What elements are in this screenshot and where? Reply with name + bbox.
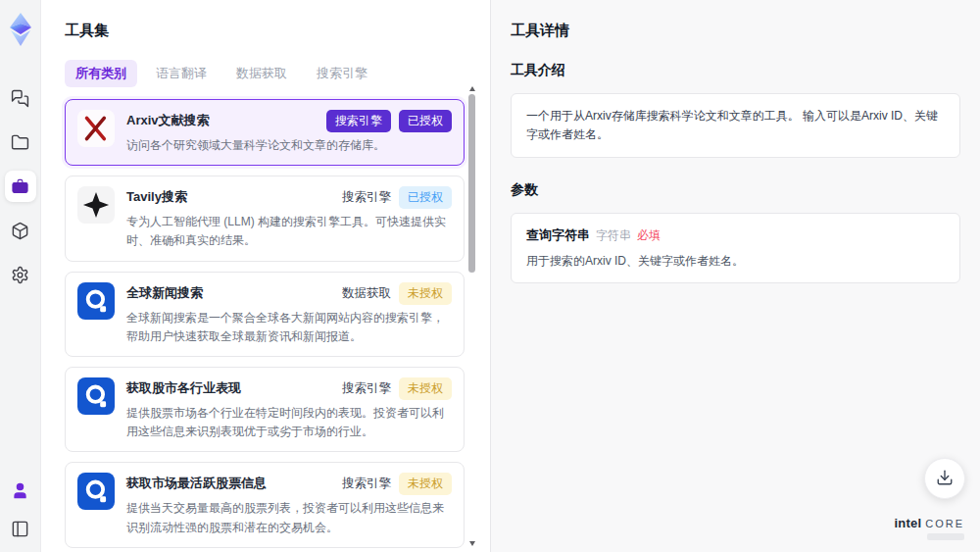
- app-window: 工具集 所有类别 语言翻译 数据获取 搜索引擎 Arxiv文献搜索 搜索引擎 已…: [0, 0, 980, 552]
- account-icon[interactable]: [7, 477, 34, 504]
- tool-name: Arxiv文献搜索: [126, 110, 318, 129]
- param-required-badge: 必填: [637, 227, 661, 244]
- tab-search-engine[interactable]: 搜索引擎: [306, 60, 378, 87]
- download-icon: [936, 469, 954, 489]
- status-badge: 已授权: [399, 186, 452, 209]
- tool-description: 专为人工智能代理 (LLM) 构建的搜索引擎工具。可快速提供实时、准确和真实的结…: [126, 213, 452, 250]
- tavily-star-logo-icon: [77, 186, 115, 224]
- list-scrollbar: [468, 86, 476, 546]
- sidebar-bottom: [7, 477, 34, 542]
- tab-all-categories[interactable]: 所有类别: [65, 60, 137, 87]
- intro-text: 一个用于从Arxiv存储库搜索科学论文和文章的工具。 输入可以是Arxiv ID…: [526, 107, 945, 144]
- intel-core-logo: intel CORE: [894, 516, 964, 540]
- scroll-down-arrow-icon[interactable]: [469, 541, 475, 546]
- param-type: 字符串: [596, 227, 631, 244]
- intro-heading: 工具介绍: [511, 62, 960, 79]
- chat-icon[interactable]: [5, 82, 36, 114]
- page-title: 工具集: [65, 22, 465, 40]
- tool-detail-panel: 工具详情 工具介绍 一个用于从Arxiv存储库搜索科学论文和文章的工具。 输入可…: [490, 0, 980, 552]
- tool-list-panel: 工具集 所有类别 语言翻译 数据获取 搜索引擎 Arxiv文献搜索 搜索引擎 已…: [41, 0, 490, 552]
- tool-card-list: Arxiv文献搜索 搜索引擎 已授权 访问各个研究领域大量科学论文和文章的存储库…: [65, 99, 465, 552]
- category-label: 数据获取: [342, 282, 391, 305]
- status-badge: 未授权: [399, 282, 452, 305]
- arxiv-logo-icon: [77, 110, 115, 147]
- params-heading: 参数: [511, 181, 960, 199]
- app-logo-icon: [6, 12, 35, 47]
- tool-card[interactable]: 全球新闻搜索 数据获取 未授权 全球新闻搜索是一个聚合全球各大新闻网站内容的搜索…: [65, 272, 465, 357]
- tool-description: 访问各个研究领域大量科学论文和文章的存储库。: [126, 136, 452, 155]
- package-icon[interactable]: [5, 215, 36, 246]
- category-badge: 搜索引擎: [326, 110, 391, 132]
- toolbox-icon[interactable]: [5, 171, 36, 202]
- tool-card[interactable]: 获取市场最活跃股票信息 搜索引擎 未授权 提供当天交易量最高的股票列表，投资者可…: [65, 462, 465, 547]
- param-box: 查询字符串 字符串 必填 用于搜索的Arxiv ID、关键字或作者姓名。: [511, 213, 960, 283]
- category-label: 搜索引擎: [342, 186, 391, 209]
- param-name: 查询字符串: [526, 226, 590, 244]
- tool-description: 提供股票市场各个行业在特定时间段内的表现。投资者可以利用这些信息来识别表现优于或…: [126, 404, 452, 441]
- tool-card[interactable]: Tavily搜索 搜索引擎 已授权 专为人工智能代理 (LLM) 构建的搜索引擎…: [65, 176, 465, 261]
- folder-icon[interactable]: [5, 126, 36, 158]
- status-badge: 已授权: [399, 110, 452, 132]
- tool-name: 获取股市各行业表现: [126, 377, 334, 397]
- scroll-up-arrow-icon[interactable]: [469, 86, 475, 91]
- sidebar-nav: [5, 82, 36, 290]
- status-badge: 未授权: [399, 377, 452, 400]
- tool-description: 全球新闻搜索是一个聚合全球各大新闻网站内容的搜索引擎，帮助用户快速获取全球最新资…: [126, 309, 452, 346]
- intro-box: 一个用于从Arxiv存储库搜索科学论文和文章的工具。 输入可以是Arxiv ID…: [511, 93, 960, 158]
- download-button[interactable]: [924, 458, 965, 499]
- tool-card[interactable]: 获取股市各行业表现 搜索引擎 未授权 提供股票市场各个行业在特定时间段内的表现。…: [65, 367, 465, 452]
- blue-search-logo-icon: [77, 473, 115, 510]
- tool-name: Tavily搜索: [126, 186, 334, 206]
- intel-brand-text: intel: [894, 516, 921, 530]
- icon-sidebar: [0, 0, 41, 552]
- scrollbar-thumb[interactable]: [468, 94, 475, 273]
- category-tabs: 所有类别 语言翻译 数据获取 搜索引擎: [65, 60, 465, 87]
- tool-name: 获取市场最活跃股票信息: [126, 473, 334, 492]
- status-badge: 未授权: [399, 473, 452, 495]
- blue-search-logo-icon: [77, 377, 115, 415]
- category-label: 搜索引擎: [342, 473, 391, 495]
- blue-search-logo-icon: [77, 282, 115, 320]
- tool-description: 提供当天交易量最高的股票列表，投资者可以利用这些信息来识别流动性强的股票和潜在的…: [126, 499, 452, 536]
- detail-title: 工具详情: [511, 22, 960, 40]
- settings-icon[interactable]: [5, 259, 36, 290]
- tab-language-translation[interactable]: 语言翻译: [145, 60, 218, 87]
- brand-subline: [927, 533, 964, 540]
- tool-name: 全球新闻搜索: [126, 282, 334, 302]
- param-description: 用于搜索的Arxiv ID、关键字或作者姓名。: [526, 253, 945, 270]
- category-label: 搜索引擎: [342, 377, 391, 400]
- core-brand-text: CORE: [925, 518, 964, 529]
- panel-toggle-icon[interactable]: [7, 515, 34, 542]
- tab-data-fetch[interactable]: 数据获取: [225, 60, 298, 87]
- tool-card[interactable]: Arxiv文献搜索 搜索引擎 已授权 访问各个研究领域大量科学论文和文章的存储库…: [65, 99, 465, 166]
